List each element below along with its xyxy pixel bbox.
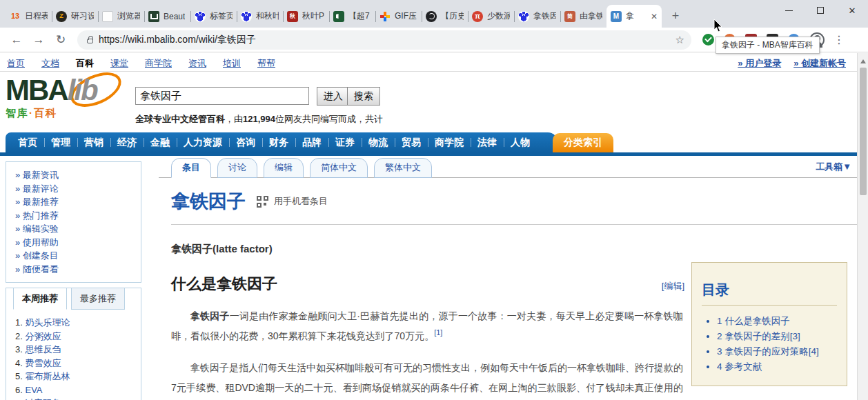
paragraph-1: 拿铁因子一词是由作家兼金融顾问大卫·巴赫首先提出的，源于一个故事：一对夫妻，每天… (171, 306, 683, 346)
browser-tab-qiuyep[interactable]: 秋秋叶P (283, 5, 329, 28)
sidebar-recommend-box: 本周推荐 最多推荐 奶头乐理论 分粥效应 思维反刍 费雪效应 霍布斯丛林 EVA… (6, 288, 141, 400)
browser-tab-yanxi[interactable]: Z研习设 (52, 5, 98, 28)
forward-button[interactable]: → (29, 30, 48, 50)
close-button[interactable]: ✕ (836, 0, 868, 21)
browser-tab-calendar[interactable]: 13日程表 (6, 5, 52, 28)
catnav-yingxiao[interactable]: 营销 (77, 137, 110, 149)
category-index-tab[interactable]: 分类索引 (553, 133, 613, 152)
catnav-caiwu[interactable]: 财务 (262, 137, 295, 149)
catnav-renli[interactable]: 人力资源 (177, 137, 229, 149)
minimize-button[interactable] (773, 0, 805, 21)
sidebar-item-random[interactable]: 随便看看 (15, 263, 135, 277)
utilnav-peixun[interactable]: 培训 (223, 57, 241, 70)
utility-nav: 首页 文档 百科 课堂 商学院 资讯 培训 帮帮 » 用户登录 » 创建新帐号 (0, 53, 857, 72)
search-button[interactable]: 搜索 (347, 87, 380, 106)
bookmark-star-icon[interactable]: ☆ (675, 34, 684, 46)
recommend-list: 奶头乐理论 分粥效应 思维反刍 费雪效应 霍布斯丛林 EVA 过客现象 特里芬难… (15, 316, 135, 400)
browser-tab-chao7[interactable]: 【超7 (329, 5, 375, 28)
utilnav-bangbang[interactable]: 帮帮 (257, 57, 275, 70)
utilnav-baike-current[interactable]: 百科 (76, 57, 94, 70)
catnav-shangxueyuan[interactable]: 商学院 (428, 137, 471, 149)
catnav-wuliu[interactable]: 物流 (362, 137, 395, 149)
tab-traditional[interactable]: 繁体中文 (374, 158, 432, 178)
toc-item: 4 参考文献 (717, 359, 837, 374)
catnav-jingji[interactable]: 经济 (110, 137, 144, 149)
browser-tab-active-mbalib[interactable]: M 拿 ✕ (606, 5, 662, 28)
utilnav-docs[interactable]: 文档 (41, 57, 59, 70)
document-icon (102, 11, 113, 22)
utilnav-home[interactable]: 首页 (7, 57, 25, 70)
sidebar-item-hot-recommend[interactable]: 热门推荐 (15, 209, 135, 223)
catnav-zhengquan[interactable]: 证券 (328, 137, 362, 149)
mbalib-logo[interactable]: MBAlib 智库·百科 (6, 75, 133, 120)
toolbox-dropdown[interactable]: 工具箱▼ (816, 161, 851, 173)
catnav-maoyi[interactable]: 贸易 (395, 137, 428, 149)
enter-button[interactable]: 进入 (317, 87, 350, 106)
catnav-pinpai[interactable]: 品牌 (295, 137, 328, 149)
maximize-button[interactable] (805, 0, 836, 21)
tab-simplified[interactable]: 简体中文 (310, 158, 368, 178)
tab-week-recommend[interactable]: 本周推荐 (13, 288, 67, 310)
browser-tab-heqiuye[interactable]: 和秋叶 (237, 5, 283, 28)
utilnav-ketang[interactable]: 课堂 (110, 57, 128, 70)
back-button[interactable]: ← (7, 30, 26, 50)
category-nav-bar: 首页 管理 营销 经济 金融 人力资源 咨询 财务 品牌 证券 物流 贸易 商学… (6, 132, 558, 152)
browser-menu-icon[interactable]: ⋮ (833, 33, 845, 46)
list-item: 分粥效应 (15, 330, 135, 343)
utilnav-shangxueyuan[interactable]: 商学院 (145, 57, 172, 70)
browser-tab-gif[interactable]: GIF压 (375, 5, 422, 28)
qiuye-ppt-icon: 秋 (287, 11, 298, 22)
browser-tab-liulanqi[interactable]: 浏览器 (98, 5, 144, 28)
tab-edit[interactable]: 编辑 (264, 158, 304, 178)
web-page: 首页 文档 百科 课堂 商学院 资讯 培训 帮帮 » 用户登录 » 创建新帐号 … (0, 53, 857, 400)
create-account-link[interactable]: » 创建新帐号 (793, 57, 846, 70)
catnav-jinrong[interactable]: 金融 (144, 137, 177, 149)
sidebar-item-create-entry[interactable]: 创建条目 (15, 249, 135, 263)
url-text[interactable]: https://wiki.mbalib.com/wiki/拿铁因子 (99, 34, 670, 46)
sidebar-item-latest-news[interactable]: 最新资讯 (15, 168, 135, 182)
site-header: MBAlib 智库·百科 进入 搜索 全球专业中文经管百科，由121,994位网… (0, 72, 857, 130)
wiki-search-input[interactable] (135, 87, 309, 105)
gif-tool-icon (379, 11, 391, 22)
sidebar-item-latest-recommend[interactable]: 最新推荐 (15, 195, 135, 209)
user-login-link[interactable]: » 用户登录 (738, 57, 781, 70)
url-input[interactable]: https://wiki.mbalib.com/wiki/拿铁因子 ☆ (77, 30, 691, 50)
reference-link-1[interactable]: [1] (434, 328, 442, 337)
catnav-falv[interactable]: 法律 (471, 137, 504, 149)
catnav-renwu[interactable]: 人物 (504, 137, 537, 149)
sidebar-item-help[interactable]: 使用帮助 (15, 236, 135, 250)
reload-button[interactable]: ↻ (51, 30, 70, 50)
list-item: 过客现象 (15, 397, 135, 400)
browser-tab-natie[interactable]: 拿铁因 (514, 5, 560, 28)
catnav-zixun[interactable]: 咨询 (229, 137, 262, 149)
sidebar-item-edit-sandbox[interactable]: 编辑实验 (15, 222, 135, 236)
qr-code-icon[interactable] (257, 196, 268, 208)
mouse-cursor (713, 19, 723, 33)
scrollbar-up-arrow-icon[interactable] (860, 57, 866, 63)
tab-close-icon[interactable]: ✕ (651, 12, 658, 21)
sidebar-item-latest-comments[interactable]: 最新评论 (15, 182, 135, 196)
browser-window: 13日程表 Z研习设 浏览器 Beaut 标签页 和秋叶 秋秋叶P 【超7 GI… (0, 0, 868, 400)
scrollbar-thumb[interactable] (860, 68, 867, 195)
tab-most-recommend[interactable]: 最多推荐 (71, 288, 125, 310)
paragraph-2: 拿铁因子是指人们每天生活中如买杯咖啡般可有可无的习惯性支出，例如每天中午饭后的一… (171, 358, 683, 400)
extension-check-icon[interactable] (702, 34, 714, 46)
vertical-scrollbar[interactable] (857, 53, 868, 400)
browser-tab-jianshu[interactable]: 简由拿铁 (560, 5, 606, 28)
tab-strip: 13日程表 Z研习设 浏览器 Beaut 标签页 和秋叶 秋秋叶P 【超7 GI… (0, 0, 868, 28)
list-item: EVA (15, 383, 135, 397)
browser-tab-beaut[interactable]: Beaut (144, 5, 190, 28)
catnav-home[interactable]: 首页 (11, 137, 44, 149)
toc-title: 目录 (702, 281, 837, 306)
edit-section-link[interactable]: [编辑] (662, 280, 684, 292)
jianshu-icon: 简 (564, 11, 575, 22)
tab-entry[interactable]: 条目 (171, 158, 211, 178)
utilnav-zixun[interactable]: 资讯 (188, 57, 206, 70)
tab-discussion[interactable]: 讨论 (217, 158, 257, 178)
browser-tab-lishi[interactable]: 【历史 (422, 5, 468, 28)
new-tab-button[interactable]: + (666, 6, 685, 26)
browser-tab-sspai[interactable]: π少数派 (468, 5, 514, 28)
catnav-guanli[interactable]: 管理 (44, 137, 77, 149)
browser-tab-biaoqianye[interactable]: 标签页 (190, 5, 237, 28)
mobile-view-label[interactable]: 用手机看条目 (274, 195, 328, 208)
